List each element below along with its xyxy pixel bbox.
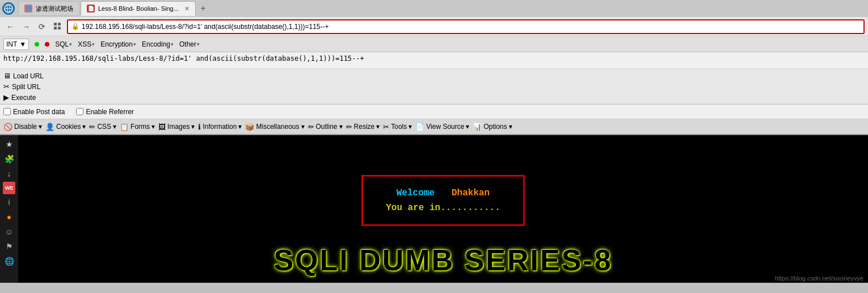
- content-area: Welcome Dhakkan You are in........... SQ…: [18, 135, 868, 283]
- url-lock-icon: 🔒: [71, 23, 79, 30]
- blog-url: https://blog.csdn.net/sixoneyvye: [775, 275, 863, 282]
- svg-rect-4: [54, 27, 57, 30]
- sidebar-orange-circle-icon[interactable]: ●: [2, 210, 16, 224]
- split-url-icon: ✂: [3, 82, 10, 91]
- tab1-label: 渗透测试靶场: [36, 5, 73, 13]
- tab-bar: 🌐 渗透测试靶场 📄 Less-8 Blind- Boolian- Sing..…: [0, 0, 868, 17]
- welcome-box: Welcome Dhakkan You are in...........: [361, 175, 525, 226]
- dhakkan-text: Dhakkan: [452, 188, 490, 198]
- devtools-outline[interactable]: ✏ Outline▾: [308, 123, 343, 131]
- int-select[interactable]: INT ▼: [3, 39, 29, 50]
- enable-post-checkbox[interactable]: [3, 108, 11, 115]
- devtools-miscellaneous[interactable]: 📦 Miscellaneous▾: [245, 123, 304, 131]
- disable-icon: 🚫: [3, 123, 12, 131]
- sidebar-down-icon[interactable]: ↓: [2, 167, 16, 181]
- enable-post-label[interactable]: Enable Post data: [3, 108, 65, 116]
- dot-red: [45, 42, 49, 47]
- tab-2[interactable]: 📄 Less-8 Blind- Boolian- Sing... ✕: [81, 1, 196, 16]
- menu-other[interactable]: Other▾: [179, 40, 200, 48]
- refresh-button[interactable]: ⟳: [35, 20, 49, 34]
- devtools-options[interactable]: 📊 Options▾: [473, 123, 512, 131]
- sqli-title: SQLI DUMB SERIES-8: [273, 243, 612, 277]
- menu-sql[interactable]: SQL▾: [55, 40, 72, 48]
- cookies-icon: 👤: [45, 123, 54, 131]
- url-bar-wrapper: 🔒: [67, 19, 865, 34]
- devtools-disable[interactable]: 🚫 Disable▾: [3, 123, 42, 131]
- you-are-in-text: You are in...........: [386, 203, 500, 213]
- devtools-tools[interactable]: ✂ Tools▾: [383, 123, 412, 131]
- sqli-title-text: SQLI DUMB SERIES-8: [273, 244, 612, 277]
- enable-referrer-label[interactable]: Enable Referrer: [76, 108, 134, 116]
- left-sidebar: ★ 🧩 ↓ WE i ● ☺ ⚑ 🌐: [0, 135, 18, 283]
- menu-encryption[interactable]: Encryption▾: [100, 40, 136, 48]
- menu-encoding[interactable]: Encoding▾: [142, 40, 174, 48]
- svg-rect-2: [54, 23, 57, 26]
- menu-xss[interactable]: XSS▾: [78, 40, 95, 48]
- devtools-information[interactable]: ℹ Information▾: [198, 123, 242, 131]
- enable-referrer-checkbox[interactable]: [76, 108, 83, 115]
- hackbar-url-row: http://192.168.195.168/sqli-labs/Less-8/…: [0, 52, 868, 69]
- css-icon: ✏: [89, 123, 95, 131]
- hackbar-url-text: http://192.168.195.168/sqli-labs/Less-8/…: [3, 55, 364, 62]
- split-url-button[interactable]: ✂ Split URL: [3, 81, 865, 92]
- tab2-icon: 📄: [87, 5, 95, 12]
- sidebar-emoji-icon[interactable]: ☺: [2, 225, 16, 238]
- devtools-cookies[interactable]: 👤 Cookies▾: [45, 123, 86, 131]
- forms-icon: 📋: [120, 123, 129, 131]
- load-url-button[interactable]: 🖥 Load URL: [3, 70, 865, 81]
- miscellaneous-icon: 📦: [245, 123, 254, 131]
- execute-icon: ▶: [3, 93, 9, 102]
- options-icon: 📊: [473, 123, 482, 131]
- welcome-line: Welcome Dhakkan: [386, 188, 500, 198]
- sidebar-we-icon[interactable]: WE: [3, 182, 15, 194]
- svg-rect-3: [58, 23, 61, 26]
- back-button[interactable]: ←: [3, 20, 17, 34]
- outline-icon: ✏: [308, 123, 314, 131]
- devtools-images[interactable]: 🖼 Images▾: [158, 123, 195, 131]
- tab1-icon: 🌐: [24, 5, 32, 12]
- devtools-view-source[interactable]: 📄 View Source▾: [415, 123, 469, 131]
- svg-rect-5: [58, 27, 61, 30]
- tab2-close[interactable]: ✕: [184, 5, 189, 12]
- dot-green: [35, 42, 39, 47]
- grid-button[interactable]: [51, 20, 65, 34]
- nav-bar: ← → ⟳ 🔒: [0, 17, 868, 36]
- sidebar-flag-icon[interactable]: ⚑: [2, 240, 16, 253]
- sidebar-info-icon[interactable]: i: [2, 195, 16, 209]
- you-are-in-label: You are in...........: [386, 203, 500, 213]
- devtools-bar: 🚫 Disable▾ 👤 Cookies▾ ✏ CSS▾ 📋 Forms▾ 🖼 …: [0, 119, 868, 135]
- sidebar-globe-icon[interactable]: 🌐: [2, 254, 16, 268]
- forward-button[interactable]: →: [19, 20, 33, 34]
- welcome-text: Welcome: [397, 188, 435, 198]
- devtools-resize[interactable]: ✏ Resize▾: [346, 123, 380, 131]
- images-icon: 🖼: [158, 123, 166, 131]
- execute-button[interactable]: ▶ Execute: [3, 92, 865, 103]
- load-url-icon: 🖥: [3, 72, 11, 80]
- tab2-label: Less-8 Blind- Boolian- Sing...: [98, 5, 179, 12]
- sidebar-star-icon[interactable]: ★: [2, 137, 16, 151]
- devtools-forms[interactable]: 📋 Forms▾: [120, 123, 155, 131]
- devtools-css[interactable]: ✏ CSS▾: [89, 123, 116, 131]
- hackbar-menu-row: INT ▼ SQL▾ XSS▾ Encryption▾ Encoding▾ Ot…: [0, 36, 868, 52]
- sidebar-puzzle-icon[interactable]: 🧩: [2, 152, 16, 166]
- browser-logo: [2, 2, 15, 15]
- options-row: Enable Post data Enable Referrer: [0, 104, 868, 119]
- url-input[interactable]: [82, 23, 860, 31]
- hackbar-actions: 🖥 Load URL ✂ Split URL ▶ Execute: [0, 69, 868, 104]
- browser-frame: 🌐 渗透测试靶场 📄 Less-8 Blind- Boolian- Sing..…: [0, 0, 868, 283]
- information-icon: ℹ: [198, 123, 201, 131]
- tab-1[interactable]: 🌐 渗透测试靶场: [18, 1, 79, 16]
- resize-icon: ✏: [346, 123, 352, 131]
- main-area: ★ 🧩 ↓ WE i ● ☺ ⚑ 🌐 Welcome Dhakkan You a…: [0, 135, 868, 283]
- tools-icon: ✂: [383, 123, 389, 131]
- new-tab-button[interactable]: +: [197, 2, 209, 15]
- view-source-icon: 📄: [415, 123, 424, 131]
